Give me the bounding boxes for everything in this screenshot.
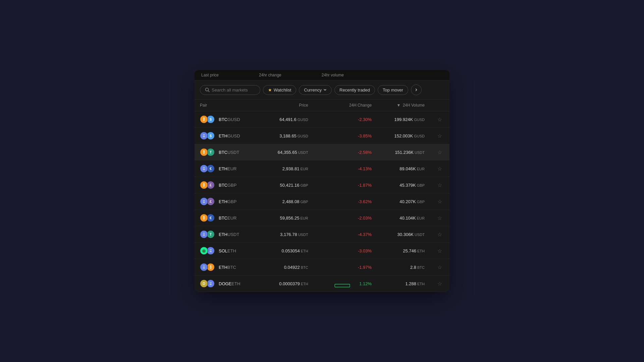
price-cell-ethgusd: 3,188.65GUSD	[260, 128, 313, 144]
watchlist-star-btn-btcusdt[interactable]: ☆	[435, 148, 444, 156]
price-cell-btcgusd: 64,491.6GUSD	[260, 111, 313, 128]
table-row[interactable]: ₿ $ BTCGUSD 64,491.6GUSD -2.30% 199.924K…	[195, 111, 449, 128]
star-cell-ethgbp: ☆	[430, 193, 449, 210]
table-row[interactable]: Ξ ₿ ETHBTC 0.04922BTC -1.97% 2.8BTC☆	[195, 259, 449, 276]
change-cell-btcgusd: -2.30%	[314, 111, 377, 128]
base-coin-icon: ₿	[200, 115, 208, 123]
chevron-right-icon	[415, 88, 418, 92]
price-cell-btcgbp: 50,421.16GBP	[260, 177, 313, 193]
svg-rect-2	[335, 284, 350, 287]
next-filter-btn[interactable]	[411, 84, 422, 95]
search-input[interactable]	[212, 87, 255, 93]
mini-chart-dogeeth	[333, 279, 352, 288]
volume-cell-btceur: 40.104KEUR	[377, 210, 430, 226]
col-pair: Pair	[195, 100, 260, 111]
table-row[interactable]: ◎ Ξ SOLETH 0.053054ETH -3.03% 25.746ETH☆	[195, 243, 449, 259]
mini-chart-btceur	[333, 213, 352, 223]
price-cell-ethbtc: 0.04922BTC	[260, 259, 313, 276]
mini-chart-ethgusd	[333, 131, 352, 140]
pair-name: SOLETH	[219, 248, 236, 253]
star-cell-btceur: ☆	[430, 210, 449, 226]
pair-name: BTCUSDT	[219, 150, 239, 155]
pair-name: ETHEUR	[219, 166, 236, 171]
price-cell-btceur: 59,856.25EUR	[260, 210, 313, 226]
table-row[interactable]: ₿ £ BTCGBP 50,421.16GBP -1.87% 45.379KGB…	[195, 177, 449, 193]
watchlist-star-btn-ethgbp[interactable]: ☆	[435, 198, 444, 205]
pair-cell-ethusdt: Ξ T ETHUSDT	[195, 226, 260, 243]
top-hint-bar: Last price 24hr change 24hr volume	[195, 70, 449, 80]
mini-chart-btcgusd	[333, 115, 352, 124]
change-pct-dogeeth: 1.12%	[354, 281, 372, 286]
table-row[interactable]: ₿ T BTCUSDT 64,355.65USDT -2.58% 151.236…	[195, 144, 449, 161]
pair-name: ETHBTC	[219, 265, 236, 270]
pair-name: ETHGUSD	[219, 133, 240, 138]
change-pct-btcgusd: -2.30%	[354, 117, 372, 122]
price-cell-ethgbp: 2,488.08GBP	[260, 193, 313, 210]
base-coin-icon: Ξ	[200, 263, 208, 271]
change-cell-ethusdt: -4.37%	[314, 226, 377, 243]
pair-name: BTCEUR	[219, 216, 236, 221]
volume-cell-ethgbp: 40.207KGBP	[377, 193, 430, 210]
watchlist-star-btn-ethgusd[interactable]: ☆	[435, 132, 444, 140]
watchlist-star-btn-ethusdt[interactable]: ☆	[435, 231, 444, 238]
top-mover-filter-btn[interactable]: Top mover	[378, 85, 408, 95]
base-coin-icon: Ξ	[200, 197, 208, 205]
table-row[interactable]: Ξ T ETHUSDT 3,176.78USDT -4.37% 30.306KU…	[195, 226, 449, 243]
change-cell-btcusdt: -2.58%	[314, 144, 377, 161]
star-cell-ethusdt: ☆	[430, 226, 449, 243]
change-cell-dogeeth: 1.12%	[314, 276, 377, 292]
watchlist-star-btn-btcgbp[interactable]: ☆	[435, 181, 444, 189]
watchlist-star-btn-dogeeth[interactable]: ☆	[435, 280, 444, 288]
pair-cell-soleth: ◎ Ξ SOLETH	[195, 243, 260, 259]
hint-24h-change: 24hr change	[259, 73, 281, 77]
price-cell-etheur: 2,938.81EUR	[260, 161, 313, 177]
star-cell-soleth: ☆	[430, 243, 449, 259]
table-row[interactable]: D Ξ DOGEETH 0.0000379ETH 1.12% 1.288ETH☆	[195, 276, 449, 292]
star-icon: ★	[268, 87, 272, 93]
watchlist-star-btn-soleth[interactable]: ☆	[435, 247, 444, 255]
volume-cell-dogeeth: 1.288ETH	[377, 276, 430, 292]
watchlist-star-btn-etheur[interactable]: ☆	[435, 165, 444, 173]
price-cell-soleth: 0.053054ETH	[260, 243, 313, 259]
volume-cell-soleth: 25.746ETH	[377, 243, 430, 259]
mini-chart-soleth	[333, 246, 352, 255]
market-panel: Last price 24hr change 24hr volume ★ Wat…	[195, 70, 449, 292]
volume-cell-etheur: 89.046KEUR	[377, 161, 430, 177]
mini-chart-ethusdt	[333, 230, 352, 239]
pair-cell-etheur: Ξ € ETHEUR	[195, 161, 260, 177]
change-pct-ethbtc: -1.97%	[354, 265, 372, 270]
col-volume[interactable]: ▼ 24H Volume	[377, 100, 430, 111]
base-coin-icon: Ξ	[200, 165, 208, 173]
price-cell-btcusdt: 64,355.65USDT	[260, 144, 313, 161]
pair-cell-ethgbp: Ξ £ ETHGBP	[195, 193, 260, 210]
star-cell-btcusdt: ☆	[430, 144, 449, 161]
currency-filter-btn[interactable]: Currency	[299, 85, 332, 95]
volume-cell-ethgusd: 152.003KGUSD	[377, 128, 430, 144]
pair-cell-ethgusd: Ξ $ ETHGUSD	[195, 128, 260, 144]
table-row[interactable]: Ξ € ETHEUR 2,938.81EUR -4.13% 89.046KEUR…	[195, 161, 449, 177]
filter-bar: ★ Watchlist Currency Recently traded Top…	[195, 80, 449, 100]
base-coin-icon: D	[200, 280, 208, 288]
recently-traded-filter-btn[interactable]: Recently traded	[334, 85, 375, 95]
hint-24h-volume: 24hr volume	[322, 73, 344, 77]
mini-chart-btcusdt	[333, 147, 352, 157]
col-price: Price	[260, 100, 313, 111]
price-cell-dogeeth: 0.0000379ETH	[260, 276, 313, 292]
watchlist-star-btn-ethbtc[interactable]: ☆	[435, 263, 444, 271]
table-row[interactable]: ₿ € BTCEUR 59,856.25EUR -2.03% 40.104KEU…	[195, 210, 449, 226]
table-row[interactable]: Ξ £ ETHGBP 2,488.08GBP -3.62% 40.207KGBP…	[195, 193, 449, 210]
watchlist-filter-btn[interactable]: ★ Watchlist	[263, 85, 296, 95]
volume-cell-ethusdt: 30.306KUSDT	[377, 226, 430, 243]
table-row[interactable]: Ξ $ ETHGUSD 3,188.65GUSD -3.85% 152.003K…	[195, 128, 449, 144]
base-coin-icon: ◎	[200, 247, 208, 255]
change-cell-btceur: -2.03%	[314, 210, 377, 226]
change-pct-ethgbp: -3.62%	[354, 199, 372, 204]
svg-line-1	[208, 91, 210, 92]
mini-chart-btcgbp	[333, 180, 352, 190]
search-box[interactable]	[200, 85, 260, 95]
change-cell-soleth: -3.03%	[314, 243, 377, 259]
change-cell-ethgusd: -3.85%	[314, 128, 377, 144]
hint-last-price: Last price	[201, 73, 219, 77]
watchlist-star-btn-btceur[interactable]: ☆	[435, 214, 444, 222]
watchlist-star-btn-btcgusd[interactable]: ☆	[435, 116, 444, 123]
